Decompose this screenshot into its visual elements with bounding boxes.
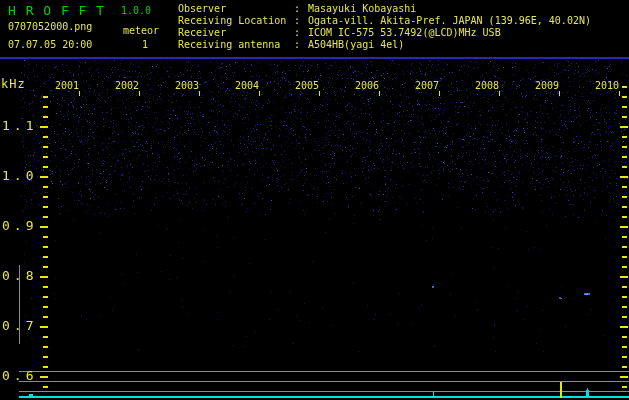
y-axis-minor-tick-left	[43, 296, 48, 298]
y-axis-major-tick-right	[620, 126, 628, 128]
y-axis-minor-tick-right	[622, 386, 627, 388]
x-axis-tick-mark	[619, 91, 620, 96]
y-axis-minor-tick-left	[43, 116, 48, 118]
y-axis-minor-tick-left	[43, 166, 48, 168]
x-axis-tick-mark	[379, 91, 380, 96]
image-count: 1	[142, 39, 148, 50]
y-axis-tick-label: 0.6	[2, 368, 37, 383]
signal-spike	[29, 394, 33, 398]
y-axis-minor-tick-right	[622, 296, 627, 298]
station-info-row-location: Receiving Location:Ogata-vill. Akita-Pre…	[178, 15, 591, 27]
y-axis-minor-tick-right	[622, 286, 627, 288]
x-axis-tick-label: 2010	[594, 80, 619, 91]
x-axis-tick-label: 2006	[354, 80, 379, 91]
signal-spike	[560, 382, 562, 398]
signal-baseline	[19, 396, 629, 398]
x-axis-tick-mark	[139, 91, 140, 96]
info-separator: :	[294, 39, 308, 51]
y-axis-minor-tick-left	[43, 236, 48, 238]
y-axis-major-tick-right	[620, 376, 628, 378]
y-axis-minor-tick-right	[622, 346, 627, 348]
x-axis-tick-mark	[259, 91, 260, 96]
y-axis-minor-tick-right	[622, 336, 627, 338]
y-axis-major-tick-left	[40, 376, 48, 378]
y-axis-tick-label: 1.1	[2, 118, 37, 133]
info-separator: :	[294, 15, 308, 27]
y-axis-minor-tick-right	[622, 136, 627, 138]
x-axis-tick-mark	[559, 91, 560, 96]
x-axis-tick-label: 2003	[174, 80, 199, 91]
y-axis-major-tick-right	[620, 276, 628, 278]
y-axis-major-tick-left	[40, 226, 48, 228]
y-axis-minor-tick-right	[622, 196, 627, 198]
info-value: Ogata-vill. Akita-Pref. JAPAN (139.96E, …	[308, 15, 591, 26]
y-axis-minor-tick-right	[622, 236, 627, 238]
y-axis-minor-tick-right	[622, 156, 627, 158]
mode-label: meteor	[123, 25, 159, 36]
x-axis-tick-label: 2002	[114, 80, 139, 91]
header-separator-line	[0, 57, 629, 59]
y-axis-minor-tick-left	[43, 96, 48, 98]
y-axis-minor-tick-left	[43, 316, 48, 318]
y-axis-minor-tick-right	[622, 356, 627, 358]
info-label: Receiver	[178, 27, 294, 39]
x-axis-tick-label: 2008	[474, 80, 499, 91]
y-axis-major-tick-left	[40, 326, 48, 328]
x-axis-tick-label: 2005	[294, 80, 319, 91]
y-axis-minor-tick-left	[43, 256, 48, 258]
y-axis-minor-tick-left	[43, 146, 48, 148]
meteor-echo	[585, 294, 588, 295]
y-axis-minor-tick-right	[622, 366, 627, 368]
spectrogram-noise-canvas	[0, 0, 629, 400]
y-axis-tick-label: 1.0	[2, 168, 37, 183]
y-axis-minor-tick-left	[43, 216, 48, 218]
x-axis-tick-label: 2001	[54, 80, 79, 91]
y-axis-minor-tick-right	[622, 186, 627, 188]
meteor-echo	[432, 286, 434, 288]
y-axis-tick-label: 0.8	[2, 268, 37, 283]
x-axis-tick-mark	[79, 91, 80, 96]
app-version: 1.0.0	[121, 5, 151, 16]
x-axis-tick-mark	[199, 91, 200, 96]
station-info: Observer:Masayuki Kobayashi Receiving Lo…	[178, 3, 591, 51]
y-axis-minor-tick-left	[43, 346, 48, 348]
level-gridline	[19, 391, 629, 392]
info-separator: :	[294, 27, 308, 39]
y-axis-minor-tick-right	[622, 106, 627, 108]
x-axis-tick-mark	[439, 91, 440, 96]
station-info-row-observer: Observer:Masayuki Kobayashi	[178, 3, 591, 15]
y-axis-minor-tick-right	[622, 86, 627, 88]
y-axis-major-tick-right	[620, 326, 628, 328]
output-filename: 0707052000.png	[8, 21, 92, 32]
y-axis-minor-tick-right	[622, 246, 627, 248]
y-axis-minor-tick-right	[622, 306, 627, 308]
x-axis-tick-label: 2004	[234, 80, 259, 91]
x-axis-tick-mark	[319, 91, 320, 96]
x-axis-tick-mark	[499, 91, 500, 96]
info-separator: :	[294, 3, 308, 15]
y-axis-minor-tick-left	[43, 206, 48, 208]
x-axis-tick-label: 2009	[534, 80, 559, 91]
y-axis-minor-tick-left	[43, 366, 48, 368]
signal-spike	[587, 388, 588, 398]
y-axis-minor-tick-left	[43, 356, 48, 358]
info-value: A504HB(yagi 4el)	[308, 39, 404, 50]
y-axis-minor-tick-right	[622, 256, 627, 258]
info-value: ICOM IC-575 53.7492(@LCD)MHz USB	[308, 27, 501, 38]
y-axis-minor-tick-left	[43, 106, 48, 108]
y-axis-minor-tick-left	[43, 186, 48, 188]
y-axis-minor-tick-right	[622, 206, 627, 208]
y-axis-minor-tick-right	[622, 266, 627, 268]
hrofft-screen: H R O F F T 1.0.0 0707052000.png meteor …	[0, 0, 629, 400]
signal-spike	[433, 392, 434, 398]
y-axis-minor-tick-left	[43, 386, 48, 388]
y-axis-minor-tick-left	[43, 136, 48, 138]
y-axis-minor-tick-left	[43, 306, 48, 308]
info-label: Receiving Location	[178, 15, 294, 27]
y-axis-minor-tick-right	[622, 216, 627, 218]
y-axis-major-tick-right	[620, 226, 628, 228]
station-info-row-receiver: Receiver:ICOM IC-575 53.7492(@LCD)MHz US…	[178, 27, 591, 39]
app-title: H R O F F T	[8, 3, 105, 18]
y-axis-minor-tick-left	[43, 286, 48, 288]
y-axis-minor-tick-left	[43, 336, 48, 338]
